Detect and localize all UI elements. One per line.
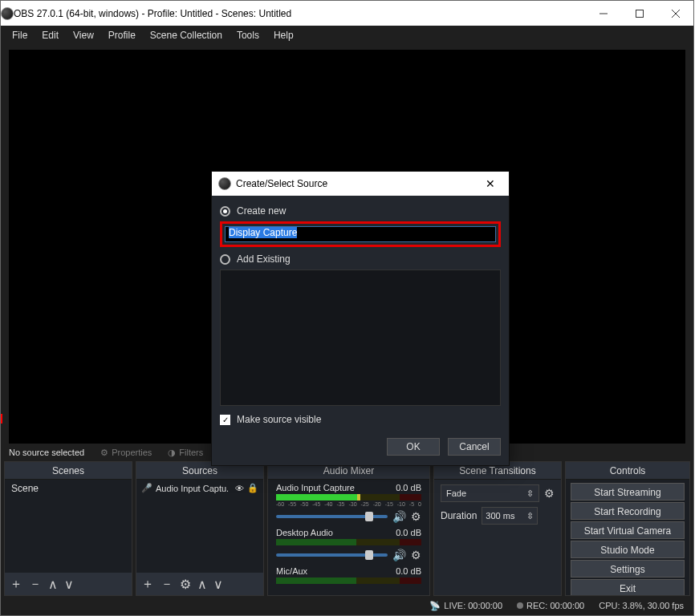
mixer-channel: Audio Input Capture 0.0 dB -60-55-50-45-…: [268, 480, 429, 525]
source-down-button[interactable]: ∨: [213, 577, 223, 592]
dialog-buttons: OK Cancel: [212, 438, 509, 465]
highlight-annotation: Display Capture: [220, 221, 501, 247]
duration-input[interactable]: 300 ms ⇳: [482, 507, 538, 525]
filters-button[interactable]: ◑ Filters: [168, 448, 203, 458]
mixer-channel: Desktop Audio 0.0 dB 🔊 ⚙: [268, 525, 429, 563]
menu-tools[interactable]: Tools: [230, 27, 266, 43]
channel-name: Desktop Audio: [276, 528, 333, 537]
menu-edit[interactable]: Edit: [35, 27, 65, 43]
checkbox-icon: ✓: [220, 415, 230, 425]
window-title: OBS 27.0.1 (64-bit, windows) - Profile: …: [14, 8, 585, 19]
channel-settings-button[interactable]: ⚙: [411, 510, 421, 523]
menu-view[interactable]: View: [67, 27, 100, 43]
add-scene-button[interactable]: ＋: [10, 576, 22, 593]
panels-row: Scenes Scene ＋ － ∧ ∨ Sources 🎤 Audio Inp…: [1, 461, 693, 596]
channel-name: Mic/Aux: [276, 566, 307, 576]
cancel-button[interactable]: Cancel: [448, 438, 501, 456]
channel-name: Audio Input Capture: [276, 483, 355, 492]
dialog-close-button[interactable]: ✕: [478, 177, 502, 190]
sources-footer: ＋ － ⚙ ∧ ∨: [136, 573, 263, 595]
scenes-list[interactable]: Scene: [5, 480, 132, 573]
existing-sources-list[interactable]: [220, 270, 501, 406]
studio-mode-button[interactable]: Studio Mode: [571, 541, 685, 558]
filter-icon: ◑: [168, 448, 176, 458]
chevron-updown-icon: ⇳: [526, 488, 534, 499]
controls-panel: Controls Start Streaming Start Recording…: [565, 461, 690, 596]
ok-button[interactable]: OK: [387, 438, 440, 456]
menubar: File Edit View Profile Scene Collection …: [1, 26, 693, 45]
scene-item[interactable]: Scene: [5, 480, 132, 497]
transition-select[interactable]: Fade ⇳: [441, 484, 539, 502]
menu-profile[interactable]: Profile: [102, 27, 142, 43]
source-up-button[interactable]: ∧: [197, 577, 207, 592]
maximize-button[interactable]: [621, 1, 657, 26]
vu-meter: [276, 578, 421, 584]
svg-rect-1: [636, 10, 643, 17]
add-source-button[interactable]: ＋: [141, 576, 154, 593]
mic-icon: 🎤: [141, 483, 152, 493]
obs-logo-icon: [218, 177, 231, 190]
volume-slider[interactable]: [276, 515, 388, 518]
scenes-panel: Scenes Scene ＋ － ∧ ∨: [4, 461, 132, 596]
add-existing-radio[interactable]: Add Existing: [220, 253, 501, 265]
start-recording-button[interactable]: Start Recording: [571, 502, 685, 520]
channel-settings-button[interactable]: ⚙: [411, 549, 421, 561]
volume-slider[interactable]: [276, 553, 388, 557]
start-streaming-button[interactable]: Start Streaming: [571, 483, 685, 500]
live-status: 📡 LIVE: 00:00:00: [429, 601, 502, 611]
no-source-label: No source selected: [9, 448, 84, 457]
duration-label: Duration: [441, 510, 477, 521]
obs-logo-icon: [1, 7, 14, 20]
controls-header: Controls: [566, 462, 689, 480]
radio-icon: [220, 254, 230, 265]
menu-help[interactable]: Help: [267, 27, 300, 43]
edge-marker: [1, 414, 2, 424]
scenes-header: Scenes: [5, 462, 132, 480]
scene-up-button[interactable]: ∧: [48, 577, 58, 592]
vu-meter: [276, 494, 421, 500]
remove-scene-button[interactable]: －: [29, 576, 42, 593]
eye-icon[interactable]: 👁: [235, 484, 244, 493]
controls-body: Start Streaming Start Recording Start Vi…: [566, 480, 689, 595]
mixer-channel: Mic/Aux 0.0 dB: [268, 563, 429, 586]
transitions-body: Fade ⇳ ⚙ Duration 300 ms ⇳: [434, 480, 561, 529]
speaker-icon[interactable]: 🔊: [392, 549, 406, 561]
meter-ticks: -60-55-50-45-40-35-30-25-20-15-10-50: [276, 501, 421, 507]
start-virtual-camera-button[interactable]: Start Virtual Camera: [571, 521, 685, 539]
mixer-body: Audio Input Capture 0.0 dB -60-55-50-45-…: [268, 480, 429, 595]
scenes-footer: ＋ － ∧ ∨: [5, 573, 132, 595]
vu-meter: [276, 539, 421, 545]
speaker-icon[interactable]: 🔊: [392, 510, 406, 523]
broadcast-icon: 📡: [429, 601, 441, 611]
titlebar: OBS 27.0.1 (64-bit, windows) - Profile: …: [1, 1, 693, 26]
radio-icon: [220, 206, 230, 217]
transition-settings-button[interactable]: ⚙: [544, 487, 555, 500]
spinner-icon[interactable]: ⇳: [526, 511, 534, 521]
close-button[interactable]: [657, 1, 693, 26]
minimize-button[interactable]: [585, 1, 621, 26]
menu-file[interactable]: File: [6, 27, 34, 43]
source-item[interactable]: 🎤 Audio Input Captu. 👁 🔒: [136, 480, 263, 496]
source-settings-button[interactable]: ⚙: [180, 577, 191, 592]
channel-level: 0.0 dB: [396, 528, 421, 537]
properties-button[interactable]: ⚙ Properties: [100, 448, 152, 458]
dialog-body: Create new Display Capture Add Existing …: [212, 196, 509, 438]
remove-source-button[interactable]: －: [161, 576, 173, 593]
dialog-titlebar: Create/Select Source ✕: [212, 172, 509, 196]
create-new-radio[interactable]: Create new: [220, 205, 501, 217]
dialog-title: Create/Select Source: [236, 178, 478, 189]
sources-panel: Sources 🎤 Audio Input Captu. 👁 🔒 ＋ － ⚙ ∧…: [136, 461, 264, 596]
lock-icon[interactable]: 🔒: [247, 483, 258, 493]
sources-list[interactable]: 🎤 Audio Input Captu. 👁 🔒: [136, 480, 263, 573]
source-name-input[interactable]: Display Capture: [225, 226, 496, 242]
exit-button[interactable]: Exit: [571, 579, 685, 595]
make-visible-checkbox[interactable]: ✓ Make source visible: [220, 414, 501, 425]
settings-button[interactable]: Settings: [571, 560, 685, 578]
gear-icon: ⚙: [100, 448, 108, 458]
mixer-panel: Audio Mixer Audio Input Capture 0.0 dB -…: [267, 461, 430, 596]
transitions-panel: Scene Transitions Fade ⇳ ⚙ Duration 300 …: [433, 461, 562, 596]
menu-scene-collection[interactable]: Scene Collection: [144, 27, 229, 43]
scene-down-button[interactable]: ∨: [64, 577, 74, 592]
channel-level: 0.0 dB: [396, 566, 421, 576]
cpu-status: CPU: 3.8%, 30.00 fps: [599, 601, 684, 610]
